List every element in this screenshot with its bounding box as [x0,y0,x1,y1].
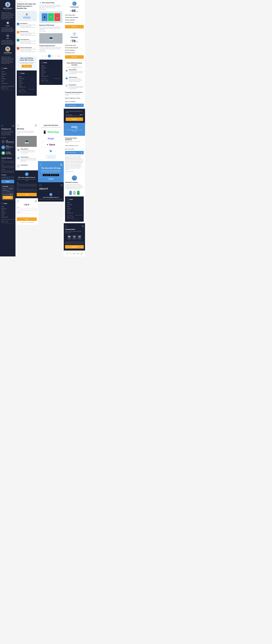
faq-item-2[interactable]: Share Your Portfolio › [65,100,84,104]
app-store-badge[interactable]: 🍎 App Store [43,174,50,176]
terms2[interactable]: Terms of Service [28,89,35,90]
social3-c[interactable]: ◎ [46,80,48,82]
learn-mole-button[interactable]: Learn mole [46,156,56,158]
footer-be[interactable]: Be [73,252,76,255]
terms-link-1[interactable]: Terms of Service [8,86,14,86]
state-input[interactable] [1,166,14,168]
nav4-pricing[interactable]: PRICING› [1,212,14,214]
login-hamburger[interactable] [35,200,37,202]
social5-b4[interactable]: B⁴ [67,216,69,218]
nav5-about[interactable]: ABOUT› [67,202,82,204]
nav-team-1[interactable]: TEAM› [1,75,14,78]
social5-c[interactable]: ◎ [72,216,74,218]
clear-email-icon[interactable]: ✕ [35,209,36,210]
login-password-input[interactable] [17,213,37,216]
operate-shop[interactable]: Operate Unique Shop [65,171,84,172]
page-1[interactable]: 1 [42,55,44,57]
social2-f[interactable]: ƒ [21,90,23,92]
social4-c[interactable]: ◎ [6,220,8,222]
page-4[interactable]: 4 [51,55,54,57]
postcode-input[interactable] [1,170,14,173]
unique-read-more[interactable]: READ MORE [39,9,62,10]
login-button[interactable]: Log In [17,218,37,221]
faq-q1[interactable]: Explore Multipurpose The Me › [65,144,84,148]
google-play-badge[interactable]: ▶ Google Play [51,174,59,176]
name-input[interactable] [17,184,37,187]
nav4-blog[interactable]: BLOG› [1,214,14,216]
footer-yt[interactable]: ◎ [80,252,83,255]
privacy3[interactable]: Privacy Policy [41,78,47,79]
hamburger-icon[interactable] [12,125,14,126]
privacy5[interactable]: Privacy Policy [67,215,73,216]
responsive-read-more[interactable]: READ MORE [39,31,62,32]
nav2-pricing[interactable]: PRICING› [19,82,35,84]
social3-b4[interactable]: B⁴ [41,80,43,82]
page-10[interactable]: 10 [58,55,60,57]
buy-enterprise-button[interactable]: Buy Now [65,55,84,59]
nav2-team[interactable]: TEAM› [19,80,35,82]
ios-hamburger[interactable] [60,164,62,166]
nav-contact-1[interactable]: CONTACT US› [1,82,14,84]
about-hamburger[interactable] [61,184,62,186]
social2-c[interactable]: ◎ [24,90,26,92]
faq-q2[interactable]: Share Your Portfolio › [65,148,84,151]
creative-read-more[interactable]: READ MORE [39,51,62,52]
faq-blog-item[interactable]: Start Publishing Blog ▼ [65,151,84,154]
services-hamburger[interactable] [35,125,37,126]
buy-professional-button[interactable]: Buy Now [65,25,84,28]
terms3[interactable]: Terms of Service [54,78,60,79]
nav4-services[interactable]: SERVICES› [1,208,14,210]
social4-b4[interactable]: B⁴ [1,220,3,222]
privacy4[interactable]: Privacy Policy [1,219,7,220]
nav-pricing-1[interactable]: PRICING› [1,78,14,80]
coming-hamburger[interactable] [82,226,84,227]
privacy-link-1[interactable]: Privacy Policy [1,86,7,86]
nav5-team[interactable]: TEAM› [67,206,82,208]
social-b4[interactable]: B⁴ [1,87,3,89]
social4-f[interactable]: ƒ [4,220,6,222]
nav3-pricing[interactable]: PRICING› [41,71,60,73]
nav5-services[interactable]: SERVICES› [67,204,82,206]
send-button[interactable]: Send [17,193,37,196]
social2-b4[interactable]: B⁴ [19,90,21,92]
footer-in[interactable]: in [77,252,80,255]
continue-button[interactable]: Continue [66,118,83,121]
nav5-pricing[interactable]: PRICING› [67,208,82,210]
social3-f[interactable]: ƒ [44,80,46,82]
nav5-contact[interactable]: CONTACT US› [67,212,82,214]
footer-tw[interactable]: t [70,252,72,255]
learn-more-button[interactable]: Learn more [22,65,32,68]
social-circle[interactable]: ◎ [6,87,8,89]
country-input[interactable] [1,161,14,164]
nav5-blog[interactable]: BLOG› [67,210,82,212]
notify-button[interactable]: Notify Me [65,245,84,248]
nav4-about[interactable]: ABOUT› [1,206,14,208]
nav4-contact[interactable]: CONTACT US› [1,216,14,218]
nav-services-1[interactable]: SERVICES› [1,73,14,75]
nav4-team[interactable]: TEAM› [1,210,14,212]
signup-link[interactable]: Sign Up [30,222,33,223]
nav2-services[interactable]: SERVICES› [19,78,35,80]
page-2[interactable]: 2 [45,55,48,57]
page-3[interactable]: 3 [48,55,50,57]
nav2-about[interactable]: ABOUT› [19,76,35,78]
nav-about-1[interactable]: ABOUT› [1,71,14,73]
footer-fb[interactable]: f [66,252,69,255]
nav-blog-1[interactable]: BLOG› [1,80,14,82]
nav3-team[interactable]: TEAM› [41,69,60,71]
faq-item-1[interactable]: Explore Multipurpose The Me › [65,96,84,100]
coupon-input[interactable] [1,176,14,179]
login-email-input[interactable] [17,208,37,211]
terms4[interactable]: Terms of Service [8,219,14,220]
nav3-contact[interactable]: CONTACT US› [41,75,60,77]
nav3-services[interactable]: SERVICES› [41,67,60,69]
terms5[interactable]: Terms of Service [75,215,82,216]
nav2-blog[interactable]: BLOG› [19,84,35,86]
privacy2[interactable]: Privacy Policy [19,89,24,90]
nav2-contact[interactable]: CONTACT US› [19,86,35,88]
faq-publish-blog[interactable]: Start Publishing Blog ▼ [65,104,84,107]
nav3-about[interactable]: ABOUT› [41,65,60,67]
social5-f[interactable]: ƒ [70,216,72,218]
coming-email-input[interactable] [65,241,84,244]
checkout-button[interactable]: Checkout [2,196,13,199]
